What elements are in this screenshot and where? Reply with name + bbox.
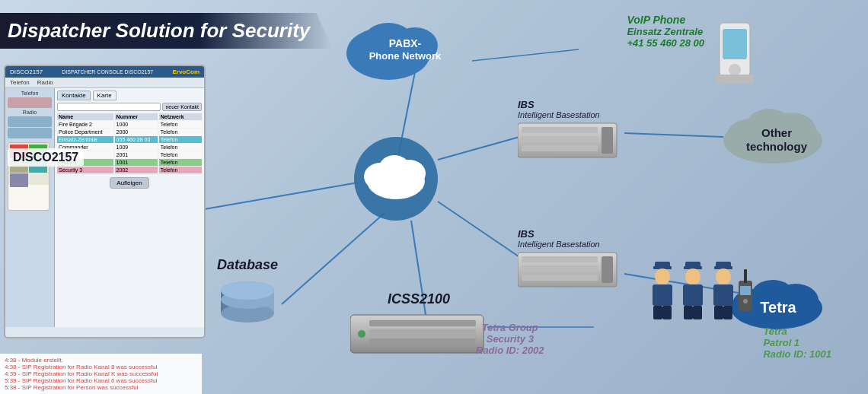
svg-point-44 bbox=[379, 155, 410, 180]
disco-label: DISCO2157 bbox=[8, 148, 84, 167]
table-row: Einsatz-Zentrale 055 460 28 00 Telefon bbox=[57, 136, 202, 143]
table-row: Fire Brigade 2 1000 Telefon bbox=[57, 121, 202, 128]
icss-label: ICSS2100 bbox=[350, 291, 487, 307]
ibs-top-label: IBS bbox=[518, 99, 624, 110]
svg-point-49 bbox=[221, 281, 274, 300]
svg-rect-75 bbox=[740, 286, 751, 295]
svg-text:Other: Other bbox=[761, 126, 792, 139]
svg-text:Phone Network: Phone Network bbox=[369, 50, 442, 62]
svg-rect-28 bbox=[522, 265, 598, 272]
patrol-line2: Patrol 1 bbox=[763, 337, 831, 348]
ibs-top: IBS Intelligent Basestation bbox=[518, 99, 624, 164]
svg-rect-23 bbox=[522, 136, 598, 142]
icss-section: ICSS2100 bbox=[350, 291, 487, 360]
voip-phone-device bbox=[712, 15, 758, 94]
log-messages: 4:38 - Module erstellt. 4:38 - SIP Regis… bbox=[0, 354, 202, 394]
table-row: Security 3 2002 Telefon bbox=[57, 167, 202, 173]
log-line-5: 5:38 - SIP Registration for Person was s… bbox=[5, 384, 197, 391]
ibs-top-sublabel: Intelligent Basestation bbox=[518, 110, 624, 119]
page-title: Dispatcher Solution for Security bbox=[8, 19, 310, 43]
svg-rect-58 bbox=[653, 284, 672, 306]
ibs-bottom: IBS Intelligent Basestation bbox=[518, 228, 624, 294]
log-line-4: 5:39 - SIP Registration for Radio Kanal … bbox=[5, 377, 197, 384]
log-line-3: 4:39 - SIP Registration for Radio Kanal … bbox=[5, 370, 197, 377]
svg-rect-73 bbox=[739, 281, 752, 311]
log-line-2: 4:38 - SIP Registration for Radio Kanal … bbox=[5, 364, 197, 370]
console-menu: Telefon Radio bbox=[5, 78, 204, 88]
svg-rect-53 bbox=[369, 329, 476, 335]
svg-rect-22 bbox=[522, 127, 598, 133]
svg-point-76 bbox=[743, 299, 748, 303]
svg-rect-29 bbox=[522, 275, 598, 281]
voip-sublabel: Einsatz Zentrale bbox=[627, 26, 704, 37]
voip-label: VoIP Phone bbox=[627, 14, 704, 26]
voip-info: VoIP Phone Einsatz Zentrale +41 55 460 2… bbox=[627, 14, 704, 49]
svg-rect-65 bbox=[684, 306, 693, 319]
other-tech-cloud: Other technology bbox=[716, 99, 838, 170]
svg-rect-70 bbox=[713, 284, 733, 306]
console-top-bar: DISCO2157 DISPATCHER CONSOLE DISCO2157 E… bbox=[5, 66, 204, 78]
svg-rect-26 bbox=[602, 256, 613, 283]
svg-text:PABX-: PABX- bbox=[389, 37, 422, 49]
svg-rect-59 bbox=[653, 306, 662, 319]
console-main-panel: Kontakte Karte neuer Kontakt Name Nummer… bbox=[55, 88, 204, 327]
ibs-bottom-label: IBS bbox=[518, 228, 624, 240]
central-cloud-icon bbox=[346, 129, 445, 224]
tetra-group-info: Tetra Group Security 3 Radio ID: 2002 bbox=[476, 322, 544, 356]
patrol-info: Tetra Patrol 1 Radio ID: 1001 bbox=[763, 326, 831, 360]
tetra-group-line2: Security 3 bbox=[476, 333, 544, 345]
svg-point-18 bbox=[729, 64, 741, 76]
svg-rect-74 bbox=[744, 269, 747, 283]
svg-rect-71 bbox=[714, 306, 723, 319]
title-banner: Dispatcher Solution for Security bbox=[0, 13, 333, 49]
svg-point-51 bbox=[358, 330, 365, 338]
console-search: neuer Kontakt bbox=[57, 103, 202, 111]
svg-rect-66 bbox=[693, 306, 702, 319]
ibs-bottom-sublabel: Intelligent Basestation bbox=[518, 240, 624, 249]
tetra-group-line1: Tetra Group bbox=[476, 322, 544, 333]
svg-rect-24 bbox=[522, 145, 598, 151]
console-table-header: Name Nummer Netzwerk bbox=[57, 113, 202, 120]
svg-point-63 bbox=[685, 268, 700, 285]
officers-group bbox=[643, 262, 765, 337]
svg-rect-21 bbox=[602, 127, 613, 154]
log-line-1: 4:38 - Module erstellt. bbox=[5, 357, 197, 364]
pabx-cloud: PABX- Phone Network bbox=[343, 8, 468, 87]
patrol-line3: Radio ID: 1001 bbox=[763, 348, 831, 360]
database-label: Database bbox=[217, 257, 278, 273]
console-left-panel: Telefon Radio bbox=[5, 88, 55, 327]
svg-rect-64 bbox=[683, 284, 703, 306]
svg-rect-60 bbox=[662, 306, 672, 319]
console-body: Telefon Radio bbox=[5, 88, 204, 327]
console-brand: ErvoCom bbox=[172, 68, 199, 75]
svg-rect-19 bbox=[716, 75, 754, 84]
console-title: DISPATCHER CONSOLE DISCO2157 bbox=[62, 69, 153, 75]
svg-point-57 bbox=[655, 268, 670, 285]
console-tabs: Kontakte Karte bbox=[57, 91, 202, 100]
svg-rect-54 bbox=[369, 338, 476, 345]
svg-text:technology: technology bbox=[746, 140, 808, 153]
console-id: DISCO2157 bbox=[10, 68, 43, 75]
tetra-group-line3: Radio ID: 2002 bbox=[476, 345, 544, 356]
database-section: Database bbox=[217, 257, 278, 341]
svg-rect-52 bbox=[369, 320, 476, 326]
dispatcher-console: DISCO2157 DISPATCHER CONSOLE DISCO2157 E… bbox=[4, 65, 206, 338]
svg-point-69 bbox=[716, 268, 731, 285]
svg-rect-17 bbox=[723, 29, 747, 59]
svg-rect-27 bbox=[522, 256, 598, 262]
svg-rect-72 bbox=[723, 306, 732, 319]
patrol-line1: Tetra bbox=[763, 326, 831, 337]
voip-phone: +41 55 460 28 00 bbox=[627, 37, 704, 49]
tetra-label: Tetra bbox=[760, 299, 796, 316]
table-row: Police Department 2000 Telefon bbox=[57, 129, 202, 135]
